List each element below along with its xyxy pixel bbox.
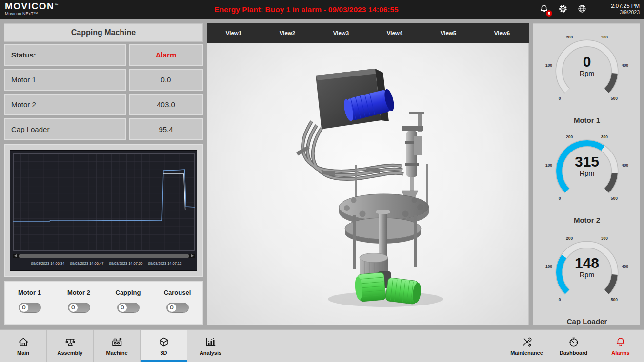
trend-plot-area	[13, 153, 195, 251]
toggle-label: Carousel	[164, 289, 191, 296]
logo-trademark: ™	[54, 3, 58, 7]
nav-item-alarms[interactable]: Alarms	[597, 330, 644, 362]
capping-machine-3d-model	[207, 43, 529, 326]
gauge-panel: 0100200300400500 0 Rpm Motor 1 010020030…	[533, 23, 640, 325]
svg-text:300: 300	[601, 236, 608, 241]
3d-viewport[interactable]	[207, 43, 529, 325]
svg-text:300: 300	[601, 35, 608, 39]
gauge-unit: Rpm	[543, 170, 631, 177]
nav-label: Dashboard	[560, 350, 587, 356]
tab-view4[interactable]: View4	[368, 23, 422, 43]
motor1-toggle[interactable]: O	[19, 303, 41, 313]
machine-icon	[111, 336, 123, 348]
nav-item-machine[interactable]: Machine	[94, 330, 141, 362]
status-value: Alarm	[129, 44, 203, 66]
nav-label: Assembly	[58, 350, 83, 356]
toggle-label: Motor 2	[67, 289, 90, 296]
status-row: Motor 1 0.0	[4, 69, 203, 91]
cap-loader-value: 95.4	[129, 118, 203, 140]
tab-view2[interactable]: View2	[261, 23, 314, 43]
gauge-label: Motor 2	[533, 216, 641, 224]
notification-badge: 5	[546, 10, 552, 17]
toggle-group-carousel: Carousel O	[153, 282, 202, 324]
svg-text:0: 0	[559, 196, 561, 201]
alarm-bell-icon	[614, 336, 627, 348]
gauge-value: 315	[543, 154, 631, 170]
language-button[interactable]	[577, 4, 587, 15]
trend-chart-panel: 09/03/2023 14:06:34 09/03/2023 14:06:47 …	[4, 144, 203, 277]
cap-loader-label: Cap Loader	[4, 118, 126, 140]
motor2-toggle[interactable]: O	[68, 303, 90, 313]
toggle-label: Capping	[116, 289, 141, 296]
status-label: Status:	[4, 44, 126, 66]
trend-scrollbar-thumb[interactable]	[19, 254, 189, 258]
nav-item-dashboard[interactable]: Dashboard	[550, 330, 597, 362]
assembly-icon	[64, 336, 77, 348]
toggle-knob: O	[119, 304, 127, 312]
status-row: Status: Alarm	[4, 44, 203, 66]
capping-toggle[interactable]: O	[117, 303, 140, 313]
nav-item-analysis[interactable]: Analysis	[187, 330, 234, 362]
view-tab-bar: View1 View2 View3 View4 View5 View6	[207, 23, 529, 43]
gauge-label: Cap Loader	[533, 317, 641, 325]
toggle-group-motor1: Motor 1 O	[5, 282, 54, 324]
trend-scrollbar[interactable]	[13, 254, 195, 258]
svg-text:500: 500	[611, 196, 618, 201]
gauge-unit: Rpm	[543, 70, 631, 77]
gauge-value: 148	[543, 255, 631, 271]
notifications-button[interactable]: 5	[539, 4, 549, 15]
nav-label: Machine	[106, 350, 127, 356]
gauge-motor1: 0100200300400500 0 Rpm Motor 1	[533, 30, 641, 124]
svg-text:200: 200	[566, 35, 573, 39]
clock-date: 3/9/2023	[611, 9, 640, 16]
movicon-hmi: MOVICON™ Movicon.NExT™ Energy Plant: Buo…	[0, 0, 644, 362]
scroll-right-arrow[interactable]	[191, 254, 194, 257]
nav-label: Analysis	[200, 350, 221, 356]
svg-text:200: 200	[566, 236, 573, 241]
gauge-cap-loader: 0100200300400500 148 Rpm Cap Loader	[533, 231, 641, 325]
nav-item-assembly[interactable]: Assembly	[47, 330, 94, 362]
logo-text: MOVICON	[5, 1, 54, 11]
carousel-toggle[interactable]: O	[166, 303, 189, 313]
globe-icon	[577, 4, 587, 16]
time-tick: 09/03/2023 14:07:13	[145, 261, 184, 266]
gauge-motor2: 0100200300400500 315 Rpm Motor 2	[533, 130, 641, 224]
nav-item-main[interactable]: Main	[0, 330, 47, 362]
status-row: Cap Loader 95.4	[4, 118, 203, 140]
tab-view1[interactable]: View1	[207, 23, 261, 43]
alarm-banner[interactable]: Energy Plant: Buoy 1 in alarm - 09/03/20…	[214, 0, 398, 19]
nav-item-maintenance[interactable]: Maintenance	[503, 330, 550, 362]
tab-view6[interactable]: View6	[475, 23, 529, 43]
tab-view5[interactable]: View5	[422, 23, 475, 43]
analysis-icon	[204, 336, 217, 348]
nav-label: Main	[17, 350, 29, 356]
page-title: Capping Machine	[4, 23, 203, 42]
scroll-left-arrow[interactable]	[14, 254, 17, 257]
home-icon	[17, 336, 30, 348]
clock: 2:07:25 PM 3/9/2023	[611, 2, 640, 16]
top-bar: MOVICON™ Movicon.NExT™ Energy Plant: Buo…	[0, 0, 644, 19]
toggle-knob: O	[168, 304, 176, 312]
cube-3d-icon	[158, 336, 170, 348]
nav-label: Maintenance	[510, 350, 543, 356]
nav-spacer	[234, 330, 503, 362]
time-tick: 09/03/2023 14:06:47	[67, 261, 106, 266]
dashboard-gauge-icon	[567, 336, 580, 348]
logo-subtitle: Movicon.NExT™	[5, 12, 58, 16]
nav-item-3d[interactable]: 3D	[141, 330, 187, 362]
trend-chart: 09/03/2023 14:06:34 09/03/2023 14:06:47 …	[10, 150, 197, 271]
movicon-logo: MOVICON™ Movicon.NExT™	[5, 1, 58, 16]
status-table: Status: Alarm Motor 1 0.0 Motor 2 403.0 …	[4, 44, 203, 143]
tab-view3[interactable]: View3	[314, 23, 368, 43]
gear-icon	[558, 4, 568, 16]
motor2-value: 403.0	[129, 94, 203, 115]
svg-text:500: 500	[611, 96, 618, 101]
settings-button[interactable]	[558, 4, 568, 15]
motor2-label: Motor 2	[4, 94, 126, 115]
status-row: Motor 2 403.0	[4, 94, 203, 115]
svg-text:0: 0	[559, 96, 561, 101]
nav-label: Alarms	[611, 350, 629, 356]
motor1-value: 0.0	[129, 69, 203, 91]
time-tick: 09/03/2023 14:06:34	[28, 261, 67, 266]
gauge-unit: Rpm	[543, 271, 631, 279]
